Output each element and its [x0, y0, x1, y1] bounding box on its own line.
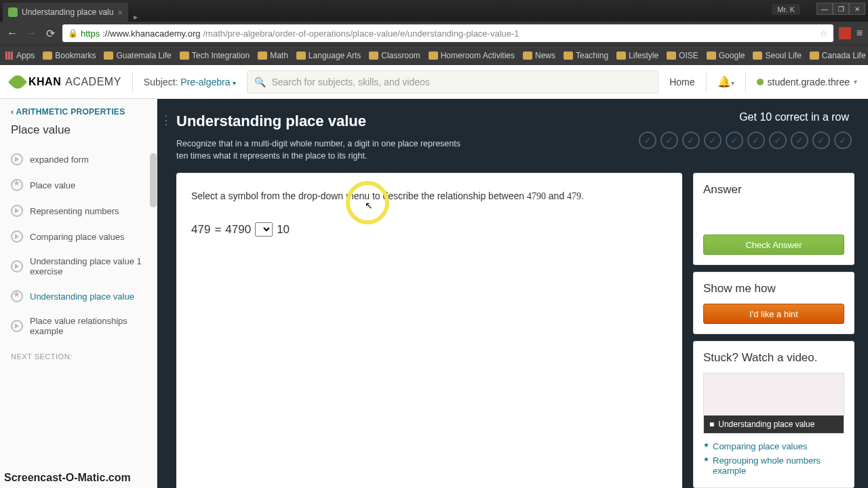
url-host: ://www.khanacademy.org — [102, 28, 200, 39]
related-link[interactable]: Comparing place values — [703, 439, 844, 453]
progress-circle: ✓ — [812, 131, 830, 149]
bookmark-item[interactable]: Homeroom Activities — [429, 51, 515, 60]
caret-down-icon: ▾ — [854, 78, 857, 85]
user-menu[interactable]: student.grade.three ▾ — [757, 77, 857, 87]
show-me-how-title: Show me how — [703, 282, 844, 296]
back-button[interactable]: ← — [5, 27, 19, 39]
check-answer-button[interactable]: Check Answer — [703, 235, 844, 255]
browser-tab-active[interactable]: Understanding place valu × — [3, 3, 128, 22]
bookmark-item[interactable]: Seoul Life — [753, 51, 801, 60]
folder-icon — [810, 52, 819, 60]
sidebar-item[interactable]: Understanding place value 1 exercise — [0, 249, 157, 283]
reload-button[interactable]: ⟳ — [43, 27, 57, 40]
bookmark-item[interactable]: Lifestyle — [616, 51, 658, 60]
maximize-button[interactable]: ❐ — [833, 3, 849, 15]
exercise-card: Select a symbol from the drop-down menu … — [176, 173, 682, 488]
search-input[interactable]: 🔍 Search for subjects, skills, and video… — [247, 70, 658, 94]
folder-icon — [753, 52, 762, 60]
bookmark-item[interactable]: Google — [707, 51, 745, 60]
sidebar-item-label: Representing numbers — [30, 206, 119, 216]
tab-title: Understanding place valu — [22, 7, 113, 17]
bookmark-star-icon[interactable]: ☆ — [820, 28, 828, 39]
bookmarks-bar: AppsBookmarksGuatemala LifeTech Integrat… — [0, 45, 868, 65]
cursor-icon: ↖ — [365, 200, 373, 211]
lock-icon: 🔒 — [68, 28, 78, 38]
sidebar-item-label: expanded form — [30, 155, 89, 165]
bookmark-item[interactable]: Teaching — [564, 51, 608, 60]
play-icon — [11, 320, 23, 332]
eq-lhs: 479 — [191, 223, 210, 237]
camera-icon: ■ — [709, 420, 714, 429]
minimize-button[interactable]: — — [816, 3, 833, 15]
chrome-menu-icon[interactable]: ≡ — [856, 27, 863, 39]
close-window-button[interactable]: ✕ — [849, 3, 865, 15]
bookmark-item[interactable]: OISE — [667, 51, 698, 60]
bookmark-item[interactable]: Guatemala Life — [104, 51, 171, 60]
show-me-how-panel: Show me how I'd like a hint — [693, 272, 854, 334]
kebab-menu-icon[interactable]: ⋮ — [160, 113, 172, 127]
related-link[interactable]: Regrouping whole numbers example — [703, 453, 844, 478]
address-toolbar: ← → ⟳ 🔒 https ://www.khanacademy.org /ma… — [0, 22, 868, 45]
folder-icon — [564, 52, 573, 60]
sidebar-item[interactable]: Representing numbers — [0, 198, 157, 224]
bookmark-item[interactable]: Math — [258, 51, 288, 60]
url-path: /math/pre-algebra/order-of-operations/pl… — [203, 28, 519, 39]
bookmark-item[interactable]: News — [523, 51, 555, 60]
equation: 479 = 4790 10 — [191, 222, 667, 237]
sidebar-item[interactable]: Comparing place values — [0, 224, 157, 249]
logo-text-thin: ACADEMY — [65, 76, 121, 88]
star-icon — [11, 290, 23, 302]
main-area: ‹ ARITHMETIC PROPERTIES Place value expa… — [0, 99, 868, 488]
extension-icon[interactable] — [839, 27, 851, 39]
sidebar-item[interactable]: Place value — [0, 172, 157, 198]
sidebar-item-label: Place value — [30, 180, 75, 190]
sidebar-item[interactable]: expanded form — [0, 146, 157, 172]
khan-logo[interactable]: KHANACADEMY — [11, 75, 121, 89]
folder-icon — [523, 52, 532, 60]
divider — [745, 72, 746, 92]
home-link[interactable]: Home — [669, 77, 694, 87]
stuck-panel: Stuck? Watch a video. ■ Understanding pl… — [693, 341, 854, 488]
eq-rhs: 4790 — [225, 223, 251, 237]
folder-icon — [296, 52, 306, 60]
chrome-profile-chip[interactable]: Mr. K — [772, 4, 800, 15]
sidebar-back-link[interactable]: ‹ ARITHMETIC PROPERTIES — [0, 99, 157, 119]
exercise-subtitle: Recognize that in a multi-digit whole nu… — [176, 138, 468, 162]
progress-circle: ✓ — [834, 131, 852, 149]
progress-circle: ✓ — [726, 131, 743, 149]
folder-icon — [104, 52, 113, 60]
sidebar-item[interactable]: Place value relationships example — [0, 309, 157, 343]
hint-button[interactable]: I'd like a hint — [703, 304, 844, 324]
video-label: ■ Understanding place value — [704, 415, 844, 433]
progress-circle: ✓ — [704, 131, 722, 149]
sidebar-title: Place value — [0, 119, 157, 146]
apps-icon — [5, 52, 14, 60]
divider — [132, 72, 133, 92]
operator-dropdown[interactable] — [255, 222, 273, 237]
bell-icon[interactable]: 🔔▾ — [717, 75, 734, 88]
bookmark-item[interactable]: Tech Integration — [180, 51, 250, 60]
scrollbar-thumb[interactable] — [150, 153, 157, 207]
play-icon — [11, 153, 23, 165]
star-icon — [11, 179, 23, 191]
folder-icon — [667, 52, 676, 60]
bookmark-item[interactable]: Bookmarks — [43, 51, 96, 60]
progress-circle: ✓ — [769, 131, 787, 149]
video-thumbnail[interactable]: ■ Understanding place value — [703, 373, 844, 434]
folder-icon — [369, 52, 378, 60]
watermark: Screencast-O-Matic.com — [4, 472, 131, 484]
subject-selector[interactable]: Subject: Pre-algebra ▾ — [144, 77, 237, 87]
bookmark-item[interactable]: Language Arts — [296, 51, 361, 60]
bookmark-item[interactable]: Classroom — [369, 51, 420, 60]
new-tab-button[interactable]: ▸ — [128, 12, 143, 22]
address-bar[interactable]: 🔒 https ://www.khanacademy.org /math/pre… — [62, 24, 833, 42]
bookmark-item[interactable]: Canada Life — [810, 51, 866, 60]
favicon-icon — [8, 7, 18, 17]
close-icon[interactable]: × — [117, 7, 123, 18]
subject-value[interactable]: Pre-algebra — [180, 77, 230, 87]
bookmark-item[interactable]: Apps — [5, 51, 35, 60]
forward-button[interactable]: → — [24, 27, 38, 39]
logo-text-bold: KHAN — [28, 76, 61, 88]
sidebar-item[interactable]: Understanding place value — [0, 283, 157, 309]
answer-title: Answer — [703, 183, 844, 197]
